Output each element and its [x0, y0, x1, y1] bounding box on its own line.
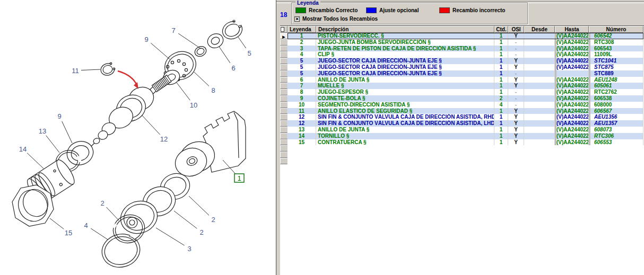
table-row[interactable]: 6ANILLO DE JUNTA §1Y(V)AA244022AEU1248 [280, 77, 644, 83]
table-row[interactable]: 5JUEGO-SECTOR CAJA DIRECCIÓN-JUNTA EJE §… [280, 64, 644, 70]
row-selector[interactable] [280, 64, 288, 70]
table-row[interactable]: 8JUEGO-ESPESOR §1-(V)AA244022RTC2762 [280, 89, 644, 95]
cell-osi: Y [508, 33, 524, 39]
table-row[interactable]: 15CONTRATUERCA §1Y(V)AA244022606553 [280, 139, 644, 146]
column-header-hasta: Hasta [555, 26, 589, 33]
cell-descripcion: TORNILLO § [316, 133, 494, 139]
row-selector[interactable] [280, 108, 288, 114]
diagram-callout-2[interactable]: 2 [100, 199, 104, 207]
row-selector[interactable] [280, 158, 288, 164]
app-window: 795611810913121412224153 18 Leyenda Reca… [0, 0, 644, 275]
row-selector[interactable] [280, 51, 288, 58]
table-row[interactable]: 7MUELLE §1Y(V)AA244022605061 [280, 83, 644, 89]
diagram-callout-7[interactable]: 7 [171, 26, 175, 34]
callout-leader-line [62, 121, 72, 143]
diagram-callout-6[interactable]: 6 [231, 64, 235, 72]
table-row[interactable]: 2JUEGO-JUNTA BOMBA SERVODIRECCIÓN §1-(V)… [280, 39, 644, 46]
cell-leyenda: 3 [288, 46, 316, 52]
row-selector[interactable] [280, 39, 288, 46]
table-row[interactable]: 11ANILLO ELÁSTICO DE SEGURIDAD §1Y(V)AA2… [280, 108, 644, 114]
table-row[interactable]: 14TORNILLO §1Y(V)AA244022RTC306 [280, 133, 644, 139]
row-selector[interactable] [280, 102, 288, 108]
row-content: 9COJINETE-BOLA §2-(V)AA244022606538 [288, 95, 643, 102]
cell-osi: Y [508, 77, 524, 83]
row-selector[interactable] [280, 95, 288, 102]
diagram-callout-13[interactable]: 13 [39, 127, 46, 135]
table-row[interactable]: 5JUEGO-SECTOR CAJA DIRECCIÓN-JUNTA EJE §… [280, 70, 644, 77]
row-selector[interactable] [280, 139, 288, 146]
diagram-callout-9[interactable]: 9 [57, 112, 61, 120]
row-content: 12SIN FIN & CONJUNTO VÁLVULA CAJA DE DIR… [288, 114, 643, 120]
diagram-callout-2[interactable]: 2 [211, 216, 215, 224]
callout-leader-line [189, 196, 209, 215]
diagram-callout-11[interactable]: 11 [72, 67, 79, 75]
row-selector[interactable] [280, 70, 288, 77]
diagram-callout-14[interactable]: 14 [19, 145, 27, 153]
diagram-callout-15[interactable]: 15 [65, 229, 72, 237]
row-selector[interactable] [280, 127, 288, 133]
table-row[interactable]: 13ANILLO DE JUNTA §1Y(V)AA244022608073 [280, 127, 644, 133]
diagram-callout-1[interactable]: 1 [237, 174, 241, 182]
row-selector[interactable] [280, 133, 288, 139]
diagram-callout-4[interactable]: 4 [84, 221, 88, 229]
legend-item: Recambio Correcto [295, 7, 358, 14]
diagram-callout-5[interactable]: 5 [247, 49, 251, 57]
cell-desde [524, 133, 555, 139]
legend-item-label: Ajuste opcional [379, 7, 419, 13]
table-row[interactable]: 12SIN FIN & CONJUNTO VÁLVULA CAJA DE DIR… [280, 114, 644, 120]
cell-hasta: (V)AA244022 [555, 89, 589, 95]
table-row[interactable]: 4CLIP §1-(V)AA24402211009L [280, 51, 644, 58]
column-header-ctd: Ctd. [494, 26, 508, 33]
cell-desde [524, 102, 555, 108]
cell-desde [524, 39, 555, 46]
cell-desde [524, 83, 555, 89]
cell-hasta: (V)AA244022 [555, 133, 589, 139]
row-selector[interactable] [280, 46, 288, 52]
cell-descripcion: PISTÓN-SERVODIRECC. § [316, 33, 494, 39]
checkbox-icon[interactable]: ✕ [294, 16, 300, 22]
parts-diagram-pane: 795611810913121412224153 [0, 0, 276, 275]
cell-desde [524, 77, 555, 83]
cell-leyenda: 13 [288, 127, 316, 133]
cell-numero: 606567 [589, 108, 643, 114]
row-selector[interactable] [280, 83, 288, 89]
cell-leyenda: 14 [288, 133, 316, 139]
table-row[interactable]: ▶1PISTÓN-SERVODIRECC. §1Y(V)AA2440226065… [280, 33, 644, 39]
table-row[interactable]: 5JUEGO-SECTOR CAJA DIRECCIÓN-JUNTA EJE §… [280, 58, 644, 64]
table-row[interactable]: 3TAPA-RETÉN DE PISTON DE CAJA DE DIRECCI… [280, 46, 644, 52]
row-selector[interactable] [280, 89, 288, 95]
cell-ctd: 1 [494, 114, 508, 120]
table-row[interactable]: 12SIN FIN & CONJUNTO VÁLVULA CAJA DE DIR… [280, 120, 644, 127]
part-washer-6 [205, 31, 225, 50]
row-selector[interactable] [280, 58, 288, 64]
cell-desde [524, 127, 555, 133]
current-row-indicator[interactable]: ▶ [280, 33, 288, 39]
cell-desde [524, 95, 555, 102]
table-row[interactable]: 10SEGMENTO-DIRECCIÓN ASISTIDA §4-(V)AA24… [280, 102, 644, 108]
cell-leyenda: 7 [288, 83, 316, 89]
diagram-callout-3[interactable]: 3 [187, 245, 191, 253]
diagram-callout-8[interactable]: 8 [211, 86, 215, 94]
cell-osi: Y [508, 139, 524, 146]
row-selector[interactable] [280, 152, 288, 158]
row-selector[interactable] [280, 120, 288, 127]
diagram-callout-9[interactable]: 9 [144, 36, 148, 43]
cell-numero: 11009L [589, 51, 643, 58]
row-content: 3TAPA-RETÉN DE PISTON DE CAJA DE DIRECCI… [288, 46, 643, 52]
cell-ctd: 4 [494, 102, 508, 108]
select-all-cell[interactable] [280, 26, 288, 33]
table-row[interactable]: 9COJINETE-BOLA §2-(V)AA244022606538 [280, 95, 644, 102]
select-all-checkbox-icon[interactable] [281, 27, 284, 32]
diagram-callout-12[interactable]: 12 [160, 135, 168, 143]
diagram-callout-10[interactable]: 10 [190, 101, 197, 109]
row-selector[interactable] [280, 145, 288, 152]
row-selector[interactable] [280, 114, 288, 120]
show-all-checkbox[interactable]: ✕ Mostrar Todos los Recambios [294, 16, 378, 22]
row-selector[interactable] [280, 77, 288, 83]
part-ring-9b [64, 138, 97, 168]
diagram-callout-2[interactable]: 2 [199, 228, 203, 236]
cell-osi: Y [508, 120, 524, 127]
cell-numero: AEU1357 [589, 120, 643, 127]
callout-leader-line [219, 47, 230, 63]
cell-desde [524, 51, 555, 58]
